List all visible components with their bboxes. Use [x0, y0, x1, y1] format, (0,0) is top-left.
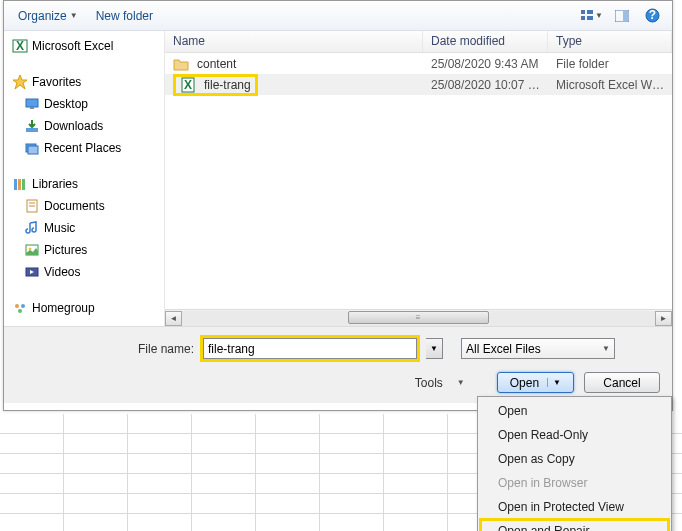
view-mode-button[interactable]: ▼	[580, 5, 604, 27]
help-button[interactable]: ?	[640, 5, 664, 27]
new-folder-label: New folder	[96, 9, 153, 23]
svg-rect-5	[623, 11, 628, 21]
tree-music[interactable]: Music	[4, 217, 164, 239]
dialog-toolbar: Organize ▼ New folder ▼ ?	[4, 1, 672, 31]
menu-item[interactable]: Open and Repair...	[480, 519, 669, 531]
open-split-arrow[interactable]: ▼	[547, 378, 561, 387]
file-filter-label: All Excel Files	[466, 342, 541, 356]
svg-text:?: ?	[648, 8, 655, 22]
filename-label: File name:	[16, 342, 194, 356]
file-type-cell: File folder	[548, 57, 672, 71]
tree-homegroup[interactable]: Homegroup	[4, 297, 164, 319]
horizontal-scrollbar[interactable]: ◄ ≡ ►	[165, 309, 672, 326]
dialog-main: XMicrosoft ExcelFavoritesDesktopDownload…	[4, 31, 672, 326]
svg-marker-10	[13, 75, 27, 89]
videos-icon	[24, 264, 40, 280]
excel-icon: X	[12, 38, 28, 54]
tree-excel[interactable]: XMicrosoft Excel	[4, 35, 164, 57]
documents-icon	[24, 198, 40, 214]
scroll-right-button[interactable]: ►	[655, 311, 672, 326]
menu-item: Open in Browser	[480, 471, 669, 495]
filename-dropdown-button[interactable]: ▼	[426, 338, 443, 359]
menu-item[interactable]: Open	[480, 399, 669, 423]
tree-desktop[interactable]: Desktop	[4, 93, 164, 115]
file-highlight: Xfile-trang	[173, 74, 258, 96]
file-filter-combo[interactable]: All Excel Files ▼	[461, 338, 615, 359]
file-name-cell: content	[165, 56, 423, 72]
col-type[interactable]: Type	[548, 31, 672, 52]
svg-rect-0	[581, 10, 585, 14]
file-date-cell: 25/08/2020 9:43 AM	[423, 57, 548, 71]
svg-point-26	[15, 304, 19, 308]
menu-item[interactable]: Open in Protected View	[480, 495, 669, 519]
file-row[interactable]: content25/08/2020 9:43 AMFile folder	[165, 53, 672, 74]
nav-sidebar[interactable]: XMicrosoft ExcelFavoritesDesktopDownload…	[4, 31, 164, 326]
svg-rect-2	[581, 16, 585, 20]
col-date[interactable]: Date modified	[423, 31, 548, 52]
open-button[interactable]: Open ▼	[497, 372, 574, 393]
open-dialog: Organize ▼ New folder ▼ ? XMicrosoft Exc…	[3, 0, 673, 411]
star-icon	[12, 74, 28, 90]
open-button-label: Open	[510, 376, 539, 390]
tree-libraries[interactable]: Libraries	[4, 173, 164, 195]
excel-file-icon: X	[180, 77, 196, 93]
tree-downloads[interactable]: Downloads	[4, 115, 164, 137]
folder-icon	[173, 56, 189, 72]
tools-dropdown-icon[interactable]: ▼	[457, 378, 465, 387]
open-dropdown-menu: OpenOpen Read-OnlyOpen as CopyOpen in Br…	[477, 396, 672, 531]
tree-documents[interactable]: Documents	[4, 195, 164, 217]
organize-label: Organize	[18, 9, 67, 23]
recent-icon	[24, 140, 40, 156]
cancel-button[interactable]: Cancel	[584, 372, 660, 393]
tree-recent[interactable]: Recent Places	[4, 137, 164, 159]
homegroup-icon	[12, 300, 28, 316]
desktop-icon	[24, 96, 40, 112]
preview-icon	[615, 10, 629, 22]
svg-rect-15	[28, 146, 38, 154]
svg-point-27	[21, 304, 25, 308]
scroll-track[interactable]: ≡	[182, 311, 655, 326]
libraries-icon	[12, 176, 28, 192]
dialog-bottom: File name: ▼ All Excel Files ▼ Tools ▼ O…	[4, 326, 672, 403]
svg-rect-17	[18, 179, 21, 190]
chevron-down-icon: ▼	[70, 11, 78, 20]
scroll-thumb[interactable]: ≡	[348, 311, 490, 324]
svg-rect-16	[14, 179, 17, 190]
svg-rect-3	[587, 16, 593, 20]
music-icon	[24, 220, 40, 236]
tree-star[interactable]: Favorites	[4, 71, 164, 93]
chevron-down-icon: ▼	[595, 11, 603, 20]
filename-highlight	[200, 335, 420, 362]
tools-label: Tools	[415, 376, 443, 390]
pictures-icon	[24, 242, 40, 258]
new-folder-button[interactable]: New folder	[90, 5, 159, 27]
file-date-cell: 25/08/2020 10:07 …	[423, 78, 548, 92]
file-type-cell: Microsoft Excel W…	[548, 78, 672, 92]
organize-button[interactable]: Organize ▼	[12, 5, 84, 27]
downloads-icon	[24, 118, 40, 134]
svg-text:X: X	[184, 78, 192, 92]
col-name[interactable]: Name	[165, 31, 423, 52]
tree-pictures[interactable]: Pictures	[4, 239, 164, 261]
file-list-rows[interactable]: content25/08/2020 9:43 AMFile folderXfil…	[165, 53, 672, 309]
list-view-icon	[581, 10, 593, 22]
filename-input[interactable]	[203, 338, 417, 359]
help-icon: ?	[645, 8, 660, 23]
file-row[interactable]: Xfile-trang25/08/2020 10:07 …Microsoft E…	[165, 74, 672, 95]
svg-rect-12	[30, 107, 34, 109]
chevron-down-icon: ▼	[602, 344, 610, 353]
file-name-cell: Xfile-trang	[165, 74, 423, 96]
file-list: Name Date modified Type content25/08/202…	[164, 31, 672, 326]
svg-text:X: X	[16, 39, 24, 53]
menu-item[interactable]: Open as Copy	[480, 447, 669, 471]
svg-rect-18	[22, 179, 25, 190]
svg-rect-1	[587, 10, 593, 14]
scroll-left-button[interactable]: ◄	[165, 311, 182, 326]
file-list-header: Name Date modified Type	[165, 31, 672, 53]
svg-point-28	[18, 309, 22, 313]
preview-pane-button[interactable]	[610, 5, 634, 27]
svg-rect-13	[26, 128, 38, 132]
tree-videos[interactable]: Videos	[4, 261, 164, 283]
svg-rect-11	[26, 99, 38, 107]
menu-item[interactable]: Open Read-Only	[480, 423, 669, 447]
